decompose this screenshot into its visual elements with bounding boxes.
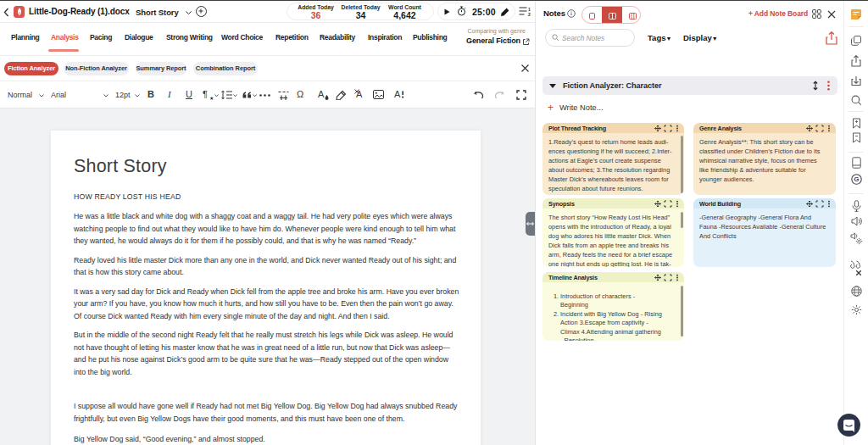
svg-text:2: 2 — [528, 12, 531, 17]
svg-text:G: G — [854, 175, 859, 183]
